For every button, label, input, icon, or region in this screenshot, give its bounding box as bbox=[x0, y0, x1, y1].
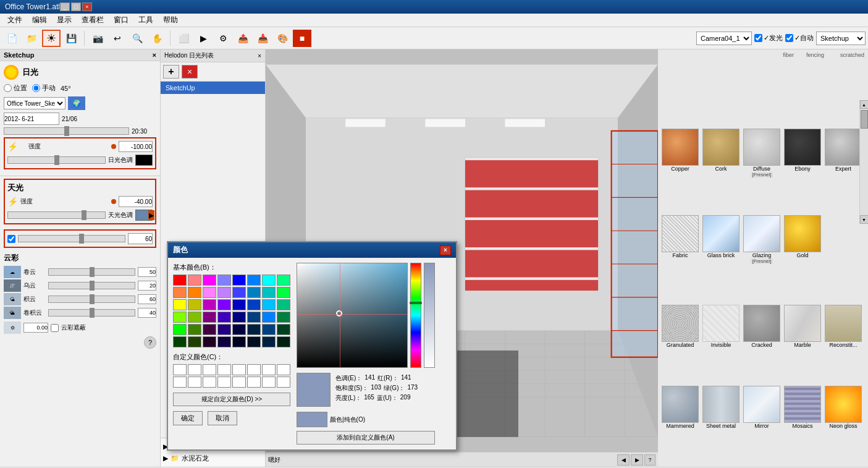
mat-diffuse[interactable]: Diffuse [Fresnel] bbox=[742, 127, 782, 213]
add-custom-color-btn[interactable]: 添加到自定义颜色(A) bbox=[297, 431, 435, 445]
cirrus-slider[interactable] bbox=[48, 268, 135, 276]
basic-color-cell-28[interactable] bbox=[232, 312, 246, 323]
basic-color-cell-47[interactable] bbox=[277, 336, 290, 347]
helidon-close[interactable]: × bbox=[258, 53, 261, 59]
hue-bar[interactable] bbox=[410, 263, 421, 368]
menu-viewbar[interactable]: 查看栏 bbox=[77, 14, 109, 27]
nav-prev-btn[interactable]: ◀ bbox=[617, 454, 630, 466]
roll-value[interactable] bbox=[138, 308, 156, 318]
custom-cell-14[interactable] bbox=[247, 377, 261, 388]
tb-new-btn[interactable]: 📄 bbox=[2, 30, 21, 47]
basic-color-cell-15[interactable] bbox=[277, 287, 290, 298]
opacity-value[interactable] bbox=[23, 323, 48, 333]
menu-display[interactable]: 显示 bbox=[52, 14, 77, 27]
mat-hammered[interactable]: Mammered bbox=[660, 385, 700, 464]
sky-slider[interactable] bbox=[7, 211, 106, 219]
mat-neon[interactable]: Neon gloss bbox=[824, 385, 863, 464]
mat-expert[interactable]: Expert bbox=[824, 127, 863, 213]
basic-color-cell-27[interactable] bbox=[217, 312, 231, 323]
sky-intensity-value[interactable] bbox=[119, 196, 153, 207]
custom-cell-3[interactable] bbox=[203, 364, 216, 375]
basic-color-cell-18[interactable] bbox=[203, 299, 216, 310]
auto-checkbox[interactable]: ✓自动 bbox=[785, 33, 814, 43]
basic-color-cell-17[interactable] bbox=[188, 299, 201, 310]
mat-fabric[interactable]: Fabric bbox=[660, 214, 700, 299]
basic-color-cell-46[interactable] bbox=[262, 336, 276, 347]
mat-sheet-metal[interactable]: Sheet metal bbox=[701, 385, 741, 464]
minimize-btn[interactable]: _ bbox=[60, 2, 70, 11]
mat-cracked[interactable]: Cracked bbox=[742, 304, 782, 383]
helidon-item-sketchup[interactable]: SketchUp bbox=[161, 82, 265, 94]
basic-color-cell-39[interactable] bbox=[277, 324, 290, 335]
basic-color-cell-5[interactable] bbox=[247, 274, 261, 286]
roll-slider[interactable] bbox=[48, 309, 135, 317]
basic-color-cell-43[interactable] bbox=[217, 336, 231, 347]
basic-color-cell-41[interactable] bbox=[188, 336, 201, 347]
cumulus-value[interactable] bbox=[138, 294, 156, 304]
storm-slider[interactable] bbox=[48, 282, 135, 289]
basic-color-cell-45[interactable] bbox=[247, 336, 261, 347]
tb-red-btn[interactable]: ■ bbox=[293, 30, 311, 47]
tb-anim-btn[interactable]: ▶ bbox=[194, 30, 213, 47]
custom-cell-16[interactable] bbox=[277, 377, 290, 388]
help-btn[interactable]: ? bbox=[144, 336, 156, 349]
radio-manual[interactable]: 手动 bbox=[32, 83, 56, 93]
custom-cell-13[interactable] bbox=[232, 377, 246, 388]
custom-cell-2[interactable] bbox=[188, 364, 201, 375]
sketchup-close[interactable]: × bbox=[153, 51, 156, 59]
basic-color-cell-42[interactable] bbox=[203, 336, 216, 347]
basic-color-cell-31[interactable] bbox=[277, 312, 290, 323]
shadow-checkbox[interactable] bbox=[51, 324, 59, 332]
custom-cell-10[interactable] bbox=[188, 377, 201, 388]
tb-camera-btn[interactable]: 📷 bbox=[88, 30, 107, 47]
nav-next-btn[interactable]: ▶ bbox=[631, 454, 643, 466]
basic-color-cell-19[interactable] bbox=[217, 299, 231, 310]
custom-cell-12[interactable] bbox=[217, 377, 231, 388]
menu-tools[interactable]: 工具 bbox=[133, 14, 158, 27]
basic-color-cell-36[interactable] bbox=[232, 324, 246, 335]
location-dropdown[interactable]: Office Tower_Sketchup bbox=[4, 97, 65, 109]
basic-color-cell-14[interactable] bbox=[262, 287, 276, 298]
helidon-delete-btn[interactable]: × bbox=[182, 65, 198, 79]
mat-cork[interactable]: Cork bbox=[701, 127, 741, 213]
basic-color-cell-4[interactable] bbox=[232, 274, 246, 286]
basic-color-cell-32[interactable] bbox=[173, 324, 187, 335]
tb-pan-btn[interactable]: ✋ bbox=[148, 30, 166, 47]
basic-color-cell-38[interactable] bbox=[262, 324, 276, 335]
sun-color-swatch[interactable] bbox=[135, 155, 153, 166]
basic-color-cell-3[interactable] bbox=[217, 274, 231, 286]
tree-item-concrete[interactable]: ▶ 📁 水泥石龙 bbox=[163, 453, 263, 464]
cancel-btn[interactable]: 取消 bbox=[208, 411, 237, 425]
color-dialog[interactable]: 颜色 × 基本颜色(B)： 自定义颜色(C)： bbox=[167, 241, 457, 451]
mat-glazing[interactable]: Glazing [Fresnel] bbox=[742, 214, 782, 299]
dialog-close-btn[interactable]: × bbox=[440, 245, 451, 255]
close-btn[interactable]: × bbox=[82, 2, 92, 11]
basic-color-cell-11[interactable] bbox=[217, 287, 231, 298]
intensity-value[interactable] bbox=[119, 141, 153, 152]
basic-color-cell-40[interactable] bbox=[173, 336, 187, 347]
mat-ebony[interactable]: Ebony bbox=[783, 127, 822, 213]
basic-color-cell-30[interactable] bbox=[262, 312, 276, 323]
sun-intensity-slider[interactable] bbox=[7, 156, 106, 164]
basic-color-cell-1[interactable] bbox=[188, 274, 201, 286]
basic-color-cell-33[interactable] bbox=[188, 324, 201, 335]
tb-open-btn[interactable]: 📁 bbox=[22, 30, 41, 47]
custom-cell-5[interactable] bbox=[232, 364, 246, 375]
basic-color-cell-23[interactable] bbox=[277, 299, 290, 310]
scroll-thumb[interactable] bbox=[861, 110, 868, 129]
define-custom-btn[interactable]: 规定自定义颜色(D) >> bbox=[173, 393, 290, 406]
emit-checkbox[interactable]: ✓发光 bbox=[754, 33, 783, 43]
mat-invisible[interactable]: Invisible bbox=[701, 304, 741, 383]
tb-settings-btn[interactable]: ⚙ bbox=[214, 30, 232, 47]
tb-rotate-btn[interactable]: ↩ bbox=[108, 30, 127, 47]
storm-value[interactable] bbox=[138, 281, 156, 291]
custom-cell-4[interactable] bbox=[217, 364, 231, 375]
menu-file[interactable]: 文件 bbox=[2, 14, 27, 27]
basic-color-cell-0[interactable] bbox=[173, 274, 187, 286]
radio-position[interactable]: 位置 bbox=[4, 83, 27, 93]
cumulus-slider[interactable] bbox=[48, 296, 135, 303]
basic-color-cell-26[interactable] bbox=[203, 312, 216, 323]
helidon-add-btn[interactable]: + bbox=[163, 65, 179, 79]
date-input[interactable] bbox=[4, 113, 59, 125]
custom-cell-7[interactable] bbox=[262, 364, 276, 375]
